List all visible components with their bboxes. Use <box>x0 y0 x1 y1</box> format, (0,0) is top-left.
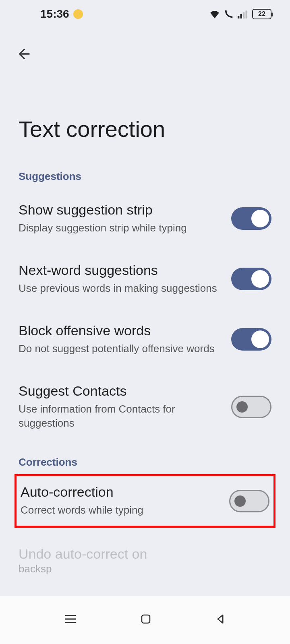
status-right: 22 <box>209 9 271 19</box>
nav-recent-icon[interactable] <box>64 612 77 627</box>
battery-percent: 22 <box>258 10 265 18</box>
svg-rect-1 <box>240 14 242 19</box>
row-title: Undo auto-correct on <box>19 546 271 562</box>
row-text: Auto-correction Correct words while typi… <box>21 484 220 517</box>
toggle-block-offensive-words[interactable] <box>231 328 271 351</box>
row-text: Block offensive words Do not suggest pot… <box>19 323 222 356</box>
wifi-icon <box>209 10 220 19</box>
row-undo-auto-correct[interactable]: Undo auto-correct on backsp <box>0 528 290 576</box>
row-text: Show suggestion strip Display suggestion… <box>19 202 222 235</box>
section-label-suggestions: Suggestions <box>0 158 290 188</box>
row-auto-correction[interactable]: Auto-correction Correct words while typi… <box>17 476 273 525</box>
row-suggest-contacts[interactable]: Suggest Contacts Use information from Co… <box>0 369 290 444</box>
toggle-next-word-suggestions[interactable] <box>231 268 271 290</box>
notification-emoji-icon <box>73 9 83 19</box>
status-time: 15:36 <box>40 8 69 21</box>
status-left: 15:36 <box>40 8 83 21</box>
nav-back-icon[interactable] <box>214 613 226 627</box>
back-button[interactable] <box>14 44 34 64</box>
toggle-auto-correction[interactable] <box>229 490 269 512</box>
svg-rect-4 <box>142 615 150 623</box>
row-title: Show suggestion strip <box>19 202 222 218</box>
row-title: Suggest Contacts <box>19 383 222 399</box>
svg-rect-0 <box>238 16 239 19</box>
highlight-box-auto-correction: Auto-correction Correct words while typi… <box>14 474 276 527</box>
row-title: Auto-correction <box>21 484 220 500</box>
row-subtitle: Correct words while typing <box>21 503 220 517</box>
row-block-offensive-words[interactable]: Block offensive words Do not suggest pot… <box>0 309 290 369</box>
battery-icon: 22 <box>252 9 271 19</box>
row-title: Next-word suggestions <box>19 262 222 278</box>
row-subtitle: Do not suggest potentially offensive wor… <box>19 342 222 356</box>
row-subtitle: Use previous words in making suggestions <box>19 281 222 295</box>
row-subtitle: Use information from Contacts for sugges… <box>19 402 222 430</box>
row-subtitle: backsp <box>19 562 271 576</box>
status-bar: 15:36 22 <box>0 0 290 28</box>
page-title: Text correction <box>0 64 290 158</box>
row-subtitle: Display suggestion strip while typing <box>19 221 222 235</box>
wifi-calling-icon <box>224 10 234 19</box>
row-text: Next-word suggestions Use previous words… <box>19 262 222 295</box>
row-show-suggestion-strip[interactable]: Show suggestion strip Display suggestion… <box>0 188 290 249</box>
row-next-word-suggestions[interactable]: Next-word suggestions Use previous words… <box>0 249 290 309</box>
nav-home-icon[interactable] <box>140 613 152 627</box>
toggle-suggest-contacts[interactable] <box>231 396 271 418</box>
section-label-corrections: Corrections <box>0 444 290 474</box>
back-row <box>0 28 290 64</box>
svg-rect-2 <box>243 12 244 19</box>
toggle-show-suggestion-strip[interactable] <box>231 207 271 230</box>
navigation-bar <box>0 596 290 644</box>
row-text: Suggest Contacts Use information from Co… <box>19 383 222 430</box>
row-title: Block offensive words <box>19 323 222 339</box>
signal-icon <box>238 10 248 19</box>
svg-rect-3 <box>246 10 247 19</box>
